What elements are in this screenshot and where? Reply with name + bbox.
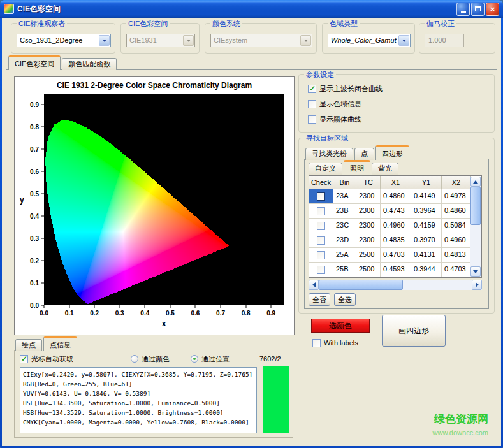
observer-combobox[interactable]: Cso_1931_2Degree [17, 34, 111, 47]
x-tick-label: 0.8 [242, 310, 251, 317]
by-color-radio[interactable]: 通过颜色 [131, 354, 170, 364]
column-header[interactable]: TC [356, 176, 381, 189]
chevron-down-icon[interactable] [398, 35, 409, 46]
row-checkbox-cell[interactable] [309, 263, 333, 277]
x-axis-label: x [44, 319, 284, 328]
colorspace-combobox: CIE1931 [126, 34, 195, 47]
by-color-radio-circle[interactable] [131, 355, 138, 363]
info-line: CMYK[Cyan=1.0000, Magenta=0.0000, Yellow… [23, 417, 254, 427]
table-row[interactable]: 23A23000.48600.41490.4978 [309, 189, 481, 204]
draw-quad-button[interactable]: 画四边形 [382, 315, 446, 347]
parameter-checkbox[interactable]: 显示黑体曲线 [308, 114, 361, 124]
table-row[interactable]: 25B25000.45930.39440.4703 [309, 263, 481, 277]
table-cell: 23B [333, 204, 356, 219]
row-checkbox[interactable] [317, 222, 325, 230]
tab-custom[interactable]: 自定义 [309, 163, 342, 175]
tab-point[interactable]: 点 [354, 148, 374, 160]
row-checkbox-cell[interactable] [309, 204, 333, 219]
auto-capture-box[interactable] [20, 355, 28, 363]
with-labels-box[interactable] [312, 339, 321, 347]
with-labels-checkbox[interactable]: With labels [312, 338, 358, 348]
plot-area[interactable]: 0.00.10.20.30.40.50.60.70.80.90.00.10.20… [44, 94, 284, 305]
tab-point-info[interactable]: 点信息 [43, 336, 77, 351]
minimize-button[interactable] [456, 3, 470, 16]
diagram-panel: CIE 1931 2-Degree Color Space Chromatici… [14, 76, 295, 335]
checkbox-label: 显示主波长闭合曲线 [319, 84, 383, 94]
tab-find-phosphor[interactable]: 寻找类光粉 [305, 148, 353, 160]
table-row[interactable]: 23D23000.48350.39700.4960 [309, 233, 481, 248]
row-checkbox[interactable] [317, 207, 325, 215]
row-checkbox-cell[interactable] [309, 219, 333, 233]
app-window: CIE色彩空间 × CIE标准观察者 Cso_1931_2Degree CIE色… [0, 0, 503, 448]
close-button[interactable]: × [486, 3, 499, 16]
table-cell: 0.3964 [411, 204, 442, 219]
by-position-radio[interactable]: 通过位置 [191, 354, 230, 364]
vscroll-thumb[interactable] [470, 187, 481, 225]
tab-cie-colorspace[interactable]: CIE色彩空间 [8, 55, 61, 70]
row-checkbox-cell[interactable] [309, 248, 333, 263]
triangle-down-icon [473, 270, 478, 276]
maximize-button[interactable] [471, 3, 485, 16]
select-all-button[interactable]: 全选 [334, 293, 356, 306]
parameter-checkbox[interactable]: 显示色域信息 [308, 99, 361, 109]
auto-capture-checkbox[interactable]: 光标自动获取 [20, 354, 73, 364]
triangle-right-icon [476, 282, 481, 287]
tab-draw-point[interactable]: 绘点 [15, 339, 42, 351]
table-cell: 0.4978 [442, 189, 471, 204]
row-checkbox[interactable] [317, 251, 325, 259]
gamut-combobox-value: Whole_Color_Gamut [331, 36, 397, 44]
column-header[interactable]: X1 [381, 176, 411, 189]
parameter-checkbox[interactable]: 显示主波长闭合曲线 [308, 83, 383, 94]
table-row[interactable]: 23B23000.47430.39640.4860 [309, 204, 481, 219]
table-cell: 0.4703 [381, 248, 411, 263]
title-bar[interactable]: CIE色彩空间 × [0, 0, 503, 18]
table-cell: 0.5084 [442, 219, 471, 233]
row-checkbox-cell[interactable] [309, 189, 333, 204]
x-tick-mark [94, 305, 95, 308]
column-header[interactable]: Y1 [411, 176, 442, 189]
table-hscrollbar[interactable] [309, 280, 482, 290]
pick-color-button[interactable]: 选颜色 [311, 319, 370, 333]
observer-combobox-value: Cso_1931_2Degree [20, 36, 98, 44]
gamut-combobox[interactable]: Whole_Color_Gamut [328, 34, 411, 47]
by-position-radio-circle[interactable] [191, 355, 198, 363]
x-tick-mark [245, 305, 246, 308]
chevron-down-icon[interactable] [99, 35, 110, 46]
checkbox-box[interactable] [308, 85, 316, 93]
table-row[interactable]: 23C23000.49600.41590.5084 [309, 219, 481, 233]
by-color-label: 通过颜色 [142, 354, 170, 364]
row-checkbox[interactable] [317, 192, 325, 201]
column-header[interactable]: Check [309, 176, 333, 189]
row-checkbox[interactable] [317, 236, 325, 245]
table-vscrollbar[interactable] [470, 177, 481, 277]
gamut-group-caption: 色域类型 [328, 19, 360, 29]
row-checkbox[interactable] [317, 266, 325, 274]
colorsystem-combobox-value: CIEsystem [214, 36, 299, 44]
scroll-down-button[interactable] [470, 266, 481, 277]
select-none-button[interactable]: 全否 [309, 293, 330, 306]
colorspace-group: CIE色彩空间 CIE1931 [120, 23, 200, 54]
scroll-right-button[interactable] [472, 280, 482, 290]
tab-color-matching[interactable]: 颜色匹配函数 [62, 58, 117, 70]
table-row[interactable]: 25A25000.47030.41310.4813 [309, 248, 481, 263]
tab-lighting[interactable]: 照明 [344, 160, 370, 175]
table-cell: 0.4835 [381, 233, 411, 248]
table-cell: 0.4960 [381, 219, 411, 233]
checkbox-box[interactable] [308, 115, 316, 124]
cie-canvas[interactable] [44, 94, 284, 305]
table-header-row: CheckBinTCX1Y1X2 [309, 176, 481, 189]
hscroll-thumb[interactable] [319, 280, 403, 290]
tab-backlight[interactable]: 背光 [372, 163, 398, 175]
column-header[interactable]: Bin [333, 176, 356, 189]
scroll-left-button[interactable] [309, 280, 319, 290]
hscroll-track[interactable] [319, 280, 472, 290]
scroll-up-button[interactable] [470, 177, 481, 187]
row-checkbox-cell[interactable] [309, 233, 333, 248]
main-tabstrip: CIE色彩空间 颜色匹配函数 [8, 55, 118, 70]
column-header[interactable]: X2 [442, 176, 471, 189]
table-cell: 2300 [356, 189, 381, 204]
tab-quad[interactable]: 四边形 [375, 145, 409, 160]
checkbox-box[interactable] [308, 100, 316, 108]
vscroll-track[interactable] [470, 187, 481, 266]
x-tick-mark [145, 305, 145, 308]
